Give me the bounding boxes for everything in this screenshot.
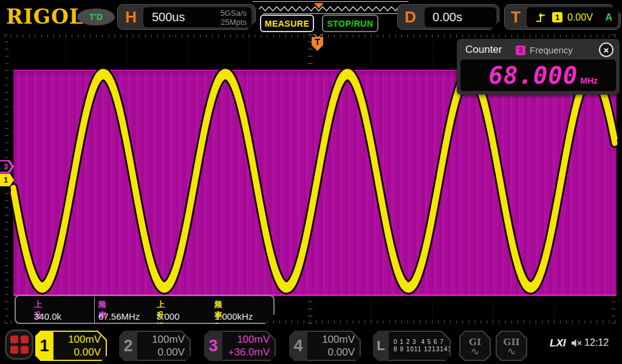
bottom-status-bar: 1 100mV 0.00V 2 100mV 0.00V 3 bbox=[0, 325, 622, 364]
channel-2-scale: 100mV bbox=[152, 334, 185, 346]
menu-button[interactable] bbox=[5, 329, 33, 360]
channel-2-number: 2 bbox=[119, 331, 137, 361]
preview-trigger-marker-icon bbox=[314, 3, 324, 8]
timebase-value: 500us bbox=[152, 10, 185, 24]
memory-depth: 25Mpts bbox=[220, 18, 247, 27]
horizontal-settings-box[interactable]: H 500us 5GSa/s 25Mpts bbox=[117, 4, 256, 30]
acquisition-rates: 5GSa/s 25Mpts bbox=[220, 8, 247, 27]
channel-3-status-box[interactable]: 3 100mV +36.0mV bbox=[204, 331, 276, 361]
trigger-label: T bbox=[511, 8, 521, 27]
trigger-sweep-mode: A bbox=[605, 12, 612, 23]
clock: 12:12 bbox=[584, 337, 609, 348]
sample-rate: 5GSa/s bbox=[220, 8, 247, 18]
horizontal-values: 500us 5GSa/s 25Mpts bbox=[143, 7, 251, 27]
horizontal-label: H bbox=[125, 8, 137, 27]
generator-2-button[interactable]: GII ∿ bbox=[496, 331, 527, 361]
logic-channels-row2: 8 9 1011 12131415 bbox=[394, 346, 456, 352]
channel-4-number: 4 bbox=[289, 331, 307, 361]
delay-label: D bbox=[405, 8, 416, 27]
channel-2-offset: 0.00V bbox=[141, 346, 185, 359]
channel-3-scale: 100mV bbox=[237, 334, 270, 346]
channel-1-offset: 0.00V bbox=[57, 346, 101, 359]
channel-4-offset: 0.00V bbox=[311, 346, 355, 359]
counter-value: 68.000 bbox=[488, 62, 578, 89]
logic-channels-row1: 0 1 2 3 4 5 6 7 bbox=[394, 339, 444, 345]
trigger-status-badge: T'D bbox=[77, 8, 115, 25]
delay-values: 0.00s bbox=[425, 7, 496, 27]
stop-run-button[interactable]: STOP/RUN bbox=[322, 15, 378, 32]
speaker-muted-icon[interactable] bbox=[571, 339, 582, 348]
delay-settings-box[interactable]: D 0.00s bbox=[397, 4, 499, 30]
measurement-divider bbox=[94, 297, 95, 323]
counter-mode-label: Frequency bbox=[530, 45, 573, 55]
channel-3-offset: +36.0mV bbox=[226, 346, 270, 359]
logic-analyzer-label: L bbox=[373, 331, 389, 361]
logic-analyzer-status-box[interactable]: L 0 1 2 3 4 5 6 78 9 1011 12131415 bbox=[373, 331, 451, 361]
channel-4-status-box[interactable]: 4 100mV 0.00V bbox=[289, 331, 361, 361]
counter-source-badge: 3 bbox=[516, 46, 525, 55]
trigger-settings-box[interactable]: T 1 0.00V A bbox=[504, 4, 621, 30]
rising-edge-slope-icon bbox=[535, 12, 546, 23]
trigger-values: 1 0.00V A bbox=[527, 7, 618, 27]
measurement-results-panel: 上升沿数3 340.0k 频率3 67.56MHz 上升沿数1 5.000 频率… bbox=[15, 295, 275, 324]
counter-panel: Counter 3 Frequency × 68.000 MHz bbox=[457, 39, 620, 95]
channel-3-number: 3 bbox=[204, 331, 222, 361]
delay-value: 0.00s bbox=[432, 10, 462, 24]
waveform-display-area: T 3 1 Counter 3 Frequency × 68.000 MHz 上… bbox=[0, 34, 622, 325]
channel-2-status-box[interactable]: 2 100mV 0.00V bbox=[119, 331, 191, 361]
counter-unit: MHz bbox=[580, 76, 598, 86]
sine-wave-icon: ∿ bbox=[471, 348, 479, 355]
trigger-level-value: 0.00V bbox=[567, 12, 593, 23]
sine-wave-icon: ∿ bbox=[507, 348, 516, 355]
channel-1-scale: 100mV bbox=[68, 334, 101, 346]
channel-1-number: 1 bbox=[35, 331, 53, 361]
menu-icon bbox=[10, 335, 18, 343]
generator-1-button[interactable]: GI ∿ bbox=[459, 331, 491, 361]
rigol-logo: RIGOL bbox=[6, 5, 84, 29]
trigger-source-badge: 1 bbox=[552, 12, 562, 22]
channel-4-scale: 100mV bbox=[322, 334, 355, 346]
channel-1-status-box[interactable]: 1 100mV 0.00V bbox=[35, 331, 107, 361]
close-icon[interactable]: × bbox=[599, 42, 613, 57]
top-status-bar: RIGOL T'D H 500us 5GSa/s 25Mpts MEASURE … bbox=[0, 0, 622, 34]
lxi-logo: LXI bbox=[550, 337, 566, 349]
preview-zigzag-icon bbox=[253, 2, 408, 13]
counter-title: Counter bbox=[465, 44, 502, 56]
measure-button[interactable]: MEASURE bbox=[260, 15, 314, 32]
waveform-position-preview[interactable] bbox=[252, 1, 409, 14]
counter-display: 68.000 MHz bbox=[460, 59, 616, 91]
oscilloscope-screen: RIGOL T'D H 500us 5GSa/s 25Mpts MEASURE … bbox=[0, 0, 622, 364]
